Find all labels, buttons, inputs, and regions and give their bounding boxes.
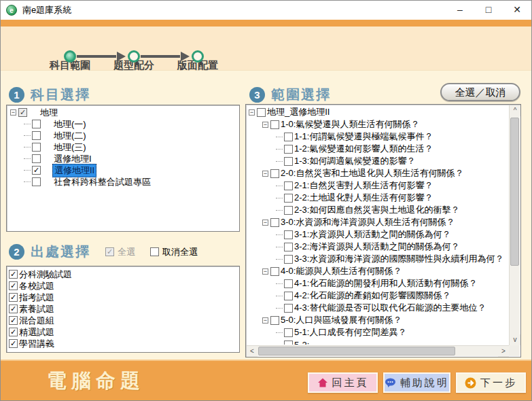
checkbox-icon[interactable]: [32, 131, 41, 140]
scroll-right-icon[interactable]: >: [498, 346, 509, 357]
tree-item-label[interactable]: 社會科跨科整合試題專區: [52, 176, 152, 188]
source-list-item[interactable]: 分科測驗試題: [9, 268, 239, 280]
source-list-item[interactable]: 混合題組: [9, 315, 239, 326]
checkbox-icon[interactable]: [270, 316, 279, 325]
checkbox-icon[interactable]: [284, 243, 293, 251]
checkbox-icon[interactable]: [284, 230, 293, 239]
tree-item-label[interactable]: 2-3:如何因應自然災害與土地退化的衝擊？: [293, 204, 461, 216]
deselect-all-label[interactable]: 取消全選: [162, 246, 198, 258]
checkbox-icon[interactable]: [9, 281, 18, 290]
range-tree[interactable]: −地理_選修地理II−1-0:氣候變遷與人類生活有何關係？1-1:何謂氣候變遷與…: [247, 106, 508, 345]
select-all-checkbox[interactable]: 全選: [105, 246, 135, 258]
scroll-up-icon[interactable]: ^: [510, 105, 520, 116]
checkbox-icon[interactable]: [284, 181, 293, 190]
checkbox-icon[interactable]: [32, 120, 41, 128]
tree-item[interactable]: 5-1:人口成長有何空間差異？: [247, 326, 508, 338]
scroll-down-icon[interactable]: v: [510, 334, 520, 345]
tree-item-label[interactable]: 1-3:如何調適氣候變遷的影響？: [293, 155, 416, 167]
next-step-button[interactable]: 下一步: [456, 372, 526, 393]
checkbox-icon[interactable]: [270, 218, 279, 227]
source-list[interactable]: 分科測驗試題各校試題指考試題素養試題混合題組精選試題學習講義: [6, 266, 240, 353]
checkbox-icon[interactable]: [270, 267, 279, 276]
tree-item[interactable]: 3-2:海洋資源與人類活動之間的關係為何？: [247, 241, 508, 253]
checkbox-icon[interactable]: [284, 292, 293, 300]
checkbox-icon[interactable]: [284, 206, 293, 215]
collapse-expander-icon[interactable]: −: [262, 220, 268, 226]
source-item-label[interactable]: 指考試題: [18, 292, 56, 304]
tree-item-label[interactable]: 4-0:能源與人類生活有何關係？: [279, 265, 403, 277]
tree-item[interactable]: 4-3:替代能源是否可以取代化石能源的主要地位？: [247, 302, 508, 314]
checkbox-icon[interactable]: [284, 255, 293, 264]
close-icon[interactable]: ✕: [503, 1, 531, 20]
checkbox-icon[interactable]: [9, 304, 18, 313]
checkbox-icon[interactable]: [257, 108, 266, 117]
tree-item-label[interactable]: 1-2:氣候變遷如何影響人類的生活？: [293, 143, 434, 155]
horizontal-scroll-thumb[interactable]: [258, 347, 455, 355]
collapse-expander-icon[interactable]: −: [249, 109, 255, 116]
tree-item-label[interactable]: 2-1:自然災害對人類生活有何影響？: [293, 179, 434, 192]
tree-item[interactable]: 地理(三): [7, 141, 239, 153]
tree-item-label[interactable]: 1-0:氣候變遷與人類生活有何關係？: [279, 118, 421, 130]
home-button[interactable]: 回主頁: [308, 372, 378, 393]
source-list-item[interactable]: 精選試題: [9, 326, 239, 338]
deselect-all-checkbox-icon[interactable]: [150, 247, 159, 256]
checkbox-icon[interactable]: [32, 154, 41, 163]
tree-item[interactable]: 1-3:如何調適氣候變遷的影響？: [247, 155, 508, 167]
source-item-label[interactable]: 分科測驗試題: [18, 268, 73, 281]
step-circle-2[interactable]: [128, 50, 140, 63]
source-list-item[interactable]: 各校試題: [9, 280, 239, 292]
checkbox-icon[interactable]: [284, 341, 293, 345]
deselect-all-checkbox[interactable]: 取消全選: [150, 246, 198, 258]
tree-item[interactable]: 選修地理I: [7, 153, 239, 164]
tree-item[interactable]: 2-2:土地退化對人類生活有何影響？: [247, 192, 508, 204]
tree-item[interactable]: 1-1:何謂氣候變遷與極端氣候事件？: [247, 130, 508, 143]
checkbox-icon[interactable]: [32, 143, 41, 152]
source-item-label[interactable]: 精選試題: [18, 326, 56, 338]
tree-item-label[interactable]: 地理(一): [52, 118, 88, 130]
source-item-label[interactable]: 混合題組: [18, 315, 56, 327]
tree-item-label[interactable]: 地理_選修地理II: [266, 106, 331, 118]
checkbox-icon[interactable]: [284, 194, 293, 203]
minimize-icon[interactable]: –: [446, 1, 474, 20]
source-list-item[interactable]: 素養試題: [9, 303, 239, 315]
tree-item[interactable]: 社會科跨科整合試題專區: [7, 176, 239, 188]
checkbox-icon[interactable]: [284, 304, 293, 313]
tree-item[interactable]: 3-1:水資源與人類活動之間的關係為何？: [247, 228, 508, 241]
step-circle-3[interactable]: [192, 50, 204, 63]
checkbox-icon[interactable]: [9, 316, 18, 325]
maximize-icon[interactable]: □: [474, 1, 503, 20]
checkbox-icon[interactable]: [284, 145, 293, 154]
tree-item[interactable]: 2-1:自然災害對人類生活有何影響？: [247, 179, 508, 192]
subject-tree[interactable]: −地理地理(一)地理(二)地理(三)選修地理I選修地理II社會科跨科整合試題專區: [6, 105, 240, 232]
vertical-scrollbar[interactable]: ^ v: [509, 105, 520, 345]
tree-item[interactable]: 2-3:如何因應自然災害與土地退化的衝擊？: [247, 204, 508, 216]
tree-item-label[interactable]: 3-2:海洋資源與人類活動之間的關係為何？: [293, 241, 461, 253]
checkbox-icon[interactable]: [9, 293, 18, 302]
collapse-expander-icon[interactable]: −: [10, 109, 16, 116]
checkbox-icon[interactable]: [9, 270, 18, 279]
source-item-label[interactable]: 學習講義: [18, 338, 56, 350]
step-circle-1[interactable]: [64, 50, 76, 63]
vertical-scroll-thumb[interactable]: [510, 118, 519, 266]
checkbox-icon[interactable]: [284, 328, 293, 337]
tree-item-label[interactable]: 3-1:水資源與人類活動之間的關係為何？: [293, 228, 452, 241]
tree-item[interactable]: −2-0:自然災害和土地退化與人類生活有何關係？: [247, 167, 508, 179]
checkbox-icon[interactable]: [284, 279, 293, 288]
source-item-label[interactable]: 素養試題: [18, 303, 56, 315]
tree-item-label[interactable]: 3-0:水資源和海洋資源與人類生活有何關係？: [279, 216, 456, 228]
tree-item-label[interactable]: 4-1:化石能源的開發利用和人類活動有何關係？: [293, 277, 478, 290]
tree-item-label[interactable]: 4-2:化石能源的產銷如何影響國際關係？: [293, 290, 452, 302]
tree-item[interactable]: −地理: [7, 107, 239, 118]
tree-item-label[interactable]: 地理(三): [52, 141, 88, 154]
collapse-expander-icon[interactable]: −: [262, 317, 268, 324]
tree-item-label[interactable]: 地理: [39, 107, 59, 119]
source-item-label[interactable]: 各校試題: [18, 280, 56, 292]
tree-item[interactable]: −5-0:人口與區域發展有何關係？: [247, 314, 508, 326]
tree-item[interactable]: −地理_選修地理II: [247, 106, 508, 118]
collapse-expander-icon[interactable]: −: [262, 171, 268, 177]
tree-item-label[interactable]: 2-0:自然災害和土地退化與人類生活有何關係？: [279, 167, 465, 179]
tree-item-label[interactable]: 選修地理II: [52, 164, 96, 177]
tree-item[interactable]: −1-0:氣候變遷與人類生活有何關係？: [247, 118, 508, 130]
collapse-expander-icon[interactable]: −: [262, 122, 268, 128]
horizontal-scrollbar[interactable]: < >: [247, 345, 509, 356]
